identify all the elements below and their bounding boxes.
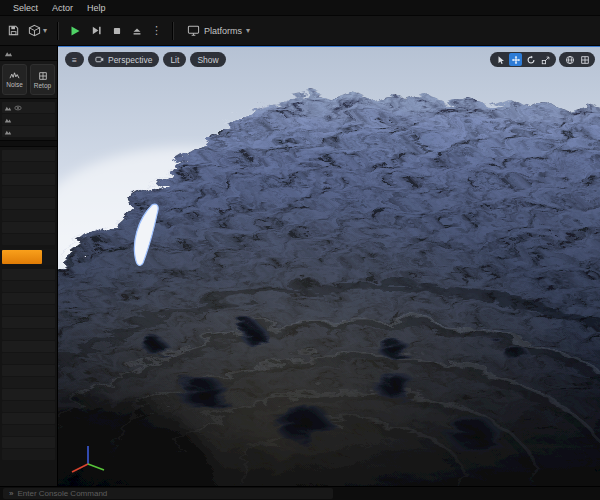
list-item[interactable] [2, 293, 55, 304]
toolbar-divider [57, 22, 58, 40]
list-item[interactable] [2, 317, 55, 328]
console-command-input[interactable] [17, 489, 327, 498]
eject-button[interactable] [129, 23, 145, 39]
list-item[interactable] [2, 341, 55, 352]
stop-button[interactable] [109, 23, 125, 39]
perspective-dropdown[interactable]: Perspective [88, 52, 159, 67]
cursor-icon [496, 55, 506, 65]
list-item[interactable] [2, 186, 55, 197]
list-item[interactable] [2, 389, 55, 400]
scale-icon [541, 55, 551, 65]
retopologize-icon [38, 71, 48, 81]
list-item[interactable] [2, 365, 55, 376]
select-mode-dropdown[interactable]: ▾ [26, 22, 49, 39]
lit-label: Lit [170, 55, 179, 65]
tool-noise-label: Noise [6, 81, 23, 88]
status-bar: » [0, 486, 600, 500]
list-item[interactable] [2, 269, 55, 280]
viewport-render[interactable] [58, 47, 600, 486]
transform-tools-group [490, 52, 556, 67]
terrain-item-icon [4, 128, 12, 136]
kebab-menu-icon: ⋮ [151, 25, 162, 36]
list-item[interactable] [2, 305, 55, 316]
menu-help[interactable]: Help [80, 1, 113, 15]
menu-bar: Select Actor Help [0, 0, 600, 16]
tool-retop-label: Retop [34, 82, 51, 89]
orange-selection-swatch [2, 250, 42, 264]
show-dropdown[interactable]: Show [190, 52, 225, 67]
console-command-bar[interactable]: » [3, 488, 333, 499]
list-item[interactable] [2, 401, 55, 412]
list-item[interactable] [2, 126, 55, 137]
grid-snap-toggle[interactable] [578, 53, 591, 66]
list-item[interactable] [2, 425, 55, 436]
menu-actor[interactable]: Actor [45, 1, 80, 15]
list-item[interactable] [2, 413, 55, 424]
selected-list-item[interactable] [2, 249, 55, 265]
globe-icon [565, 55, 575, 65]
tool-noise-button[interactable]: Noise [2, 64, 27, 95]
eject-icon [131, 25, 143, 37]
panel-divider [0, 140, 57, 147]
viewport-toolbar-left: ≡ Perspective Lit Show [65, 52, 226, 67]
select-tool-button[interactable] [494, 53, 507, 66]
lit-dropdown[interactable]: Lit [163, 52, 186, 67]
menu-select[interactable]: Select [6, 1, 45, 15]
play-options-kebab-menu[interactable]: ⋮ [149, 23, 164, 38]
viewport-axis-gizmo[interactable] [66, 442, 106, 474]
tool-retop-button[interactable]: Retop [30, 64, 55, 95]
play-button[interactable] [66, 22, 84, 40]
save-icon [7, 24, 20, 37]
y-axis [88, 464, 104, 470]
world-space-toggle[interactable] [563, 53, 576, 66]
list-item[interactable] [2, 449, 55, 460]
list-item[interactable] [2, 174, 55, 185]
list-item[interactable] [2, 234, 55, 245]
platforms-dropdown[interactable]: Platforms ▾ [181, 21, 256, 40]
rotate-tool-button[interactable] [524, 53, 537, 66]
rotate-icon [526, 55, 536, 65]
main-toolbar: ▾ ⋮ [0, 16, 600, 46]
noise-icon [9, 71, 20, 80]
play-icon [68, 24, 82, 38]
viewport-options-button[interactable]: ≡ [65, 52, 84, 67]
list-item[interactable] [2, 377, 55, 388]
list-item[interactable] [2, 198, 55, 209]
x-axis [72, 464, 88, 472]
tool-list-a [0, 99, 57, 140]
show-label: Show [197, 55, 218, 65]
save-button[interactable] [5, 22, 22, 39]
grid-snap-icon [580, 55, 590, 65]
list-item[interactable] [2, 162, 55, 173]
skip-frame-button[interactable] [88, 22, 105, 39]
list-item[interactable] [2, 437, 55, 448]
list-item[interactable] [2, 114, 55, 125]
hamburger-menu-icon: ≡ [72, 55, 77, 65]
level-viewport[interactable]: ≡ Perspective Lit Show [58, 46, 600, 486]
panel-header [0, 46, 57, 61]
tool-list-b [0, 147, 57, 248]
chevron-down-icon: ▾ [246, 27, 250, 35]
eye-icon [14, 104, 22, 112]
left-tool-panel: Noise Retop [0, 46, 58, 486]
terrain-item-icon [4, 104, 12, 112]
platforms-label: Platforms [204, 26, 242, 36]
list-item[interactable] [2, 222, 55, 233]
scale-tool-button[interactable] [539, 53, 552, 66]
console-prompt-icon: » [9, 490, 13, 498]
terrain-item-icon [4, 116, 12, 124]
list-item[interactable] [2, 210, 55, 221]
toolbar-divider [172, 22, 173, 40]
list-item[interactable] [2, 281, 55, 292]
sculpt-tool-buttons: Noise Retop [0, 61, 57, 99]
list-item[interactable] [2, 329, 55, 340]
viewport-toolbar-right [490, 52, 595, 67]
list-item[interactable] [2, 150, 55, 161]
platforms-monitor-icon [187, 24, 200, 37]
select-mode-cube-icon [28, 24, 41, 37]
list-item[interactable] [2, 353, 55, 364]
move-tool-button[interactable] [509, 53, 522, 66]
move-icon [511, 55, 521, 65]
chevron-down-icon: ▾ [43, 27, 47, 35]
list-item[interactable] [2, 102, 55, 113]
